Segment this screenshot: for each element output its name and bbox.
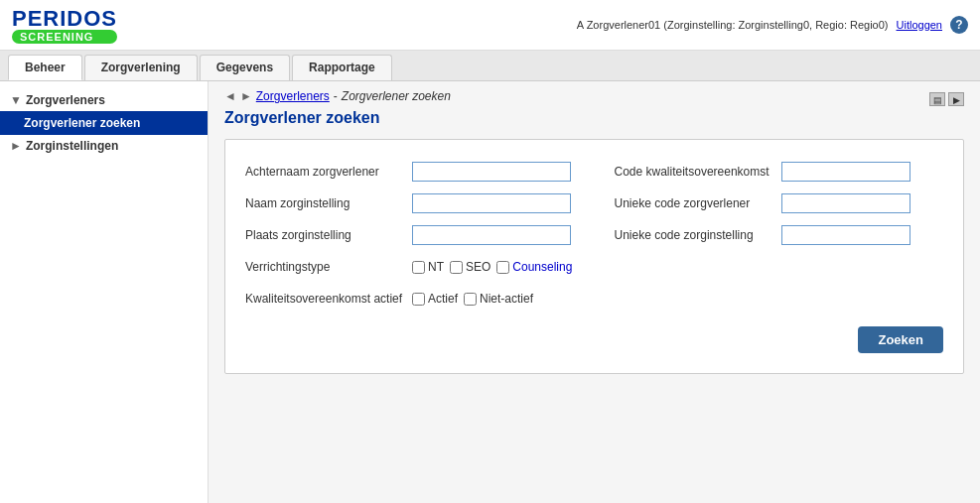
tab-zorgverlening[interactable]: Zorgverlening xyxy=(84,55,198,80)
uitloggen-link[interactable]: Uitloggen xyxy=(897,19,942,31)
tab-beheer[interactable]: Beheer xyxy=(8,55,82,80)
header: PERIDOS SCREENING A Zorgverlener01 (Zorg… xyxy=(0,0,980,51)
nav-tabs: Beheer Zorgverlening Gegevens Rapportage xyxy=(0,51,980,81)
logo-peridos: PERIDOS xyxy=(12,6,117,32)
input-unieke-code-zorginstelling[interactable] xyxy=(781,225,910,245)
print-icon[interactable]: ▤ xyxy=(929,92,945,106)
verrichtingstype-options: NT SEO Counseling xyxy=(412,260,572,274)
checkbox-counseling[interactable] xyxy=(496,261,509,274)
help-icon[interactable]: ? xyxy=(950,16,968,34)
input-naam-zorginstelling[interactable] xyxy=(412,193,571,213)
form-row-code-kwaliteit: Code kwaliteitsovereenkomst xyxy=(615,160,944,184)
checkbox-item-seo: SEO xyxy=(450,260,490,274)
form-row-plaats-zorginstelling: Plaats zorginstelling xyxy=(245,223,595,247)
button-row: Zoeken xyxy=(245,326,943,353)
content-area: ◄ ► Zorgverleners - Zorgverlener zoeken … xyxy=(209,81,980,503)
breadcrumb: ◄ ► Zorgverleners - Zorgverlener zoeken xyxy=(224,89,451,103)
label-niet-actief: Niet-actief xyxy=(480,292,533,306)
label-actief: Actief xyxy=(428,292,458,306)
sidebar-item-zorgverlener-zoeken[interactable]: Zorgverlener zoeken xyxy=(0,111,208,135)
main-layout: ▼ Zorgverleners Zorgverlener zoeken ► Zo… xyxy=(0,81,980,503)
breadcrumb-actions: ▤ ▶ xyxy=(929,92,964,106)
checkbox-niet-actief[interactable] xyxy=(464,293,477,306)
back-icon[interactable]: ◄ xyxy=(224,89,236,103)
expand-arrow-icon-2: ► xyxy=(10,139,22,153)
tab-rapportage[interactable]: Rapportage xyxy=(292,55,392,80)
label-unieke-code-zorginstelling: Unieke code zorginstelling xyxy=(615,228,773,242)
label-plaats-zorginstelling: Plaats zorginstelling xyxy=(245,228,404,242)
input-achternaam[interactable] xyxy=(412,162,571,182)
checkbox-item-counseling: Counseling xyxy=(496,260,572,274)
form-left: Achternaam zorgverlener Naam zorginstell… xyxy=(245,160,595,311)
checkbox-nt[interactable] xyxy=(412,261,425,274)
label-achternaam: Achternaam zorgverlener xyxy=(245,165,404,179)
breadcrumb-current: Zorgverlener zoeken xyxy=(342,89,451,103)
logo-area: PERIDOS SCREENING xyxy=(12,6,117,44)
input-unieke-code-zorgverlener[interactable] xyxy=(781,193,910,213)
label-code-kwaliteit: Code kwaliteitsovereenkomst xyxy=(615,165,773,179)
label-seo: SEO xyxy=(466,260,490,274)
breadcrumb-parent-link[interactable]: Zorgverleners xyxy=(256,89,330,103)
label-counseling: Counseling xyxy=(512,260,572,274)
sidebar-section-zorginstellingen[interactable]: ► Zorginstellingen xyxy=(0,135,208,157)
label-kwaliteitsovereenkomst: Kwaliteitsovereenkomst actief xyxy=(245,292,404,306)
expand-arrow-icon: ▼ xyxy=(10,93,22,107)
form-row-unieke-code-zorgverlener: Unieke code zorgverlener xyxy=(615,191,944,215)
label-nt: NT xyxy=(428,260,444,274)
form-right: Code kwaliteitsovereenkomst Unieke code … xyxy=(595,160,944,311)
tab-gegevens[interactable]: Gegevens xyxy=(200,55,290,80)
sidebar-section-label-zorginstellingen: Zorginstellingen xyxy=(26,139,118,153)
input-plaats-zorginstelling[interactable] xyxy=(412,225,571,245)
forward-icon[interactable]: ► xyxy=(240,89,252,103)
form-row-achternaam: Achternaam zorgverlener xyxy=(245,160,595,184)
form-row-kwaliteit: Kwaliteitsovereenkomst actief Actief Nie… xyxy=(245,287,595,311)
sidebar: ▼ Zorgverleners Zorgverlener zoeken ► Zo… xyxy=(0,81,209,503)
form-row-unieke-code-zorginstelling: Unieke code zorginstelling xyxy=(615,223,944,247)
zoeken-button[interactable]: Zoeken xyxy=(858,326,943,353)
page-title: Zorgverlener zoeken xyxy=(224,109,964,127)
label-verrichtingstype: Verrichtingstype xyxy=(245,260,404,274)
checkbox-actief[interactable] xyxy=(412,293,425,306)
kwaliteit-options: Actief Niet-actief xyxy=(412,292,533,306)
checkbox-item-nt: NT xyxy=(412,260,444,274)
form-row-verrichtingstype: Verrichtingstype NT SEO xyxy=(245,255,595,279)
checkbox-seo[interactable] xyxy=(450,261,463,274)
form-row-naam-zorginstelling: Naam zorginstelling xyxy=(245,191,595,215)
sidebar-section-zorgverleners[interactable]: ▼ Zorgverleners xyxy=(0,89,208,111)
search-form: Achternaam zorgverlener Naam zorginstell… xyxy=(224,139,964,374)
logo-screening: SCREENING xyxy=(12,30,117,44)
checkbox-item-niet-actief: Niet-actief xyxy=(464,292,533,306)
sidebar-section-label-zorgverleners: Zorgverleners xyxy=(26,93,105,107)
label-naam-zorginstelling: Naam zorginstelling xyxy=(245,196,404,210)
breadcrumb-row: ◄ ► Zorgverleners - Zorgverlener zoeken … xyxy=(224,89,964,109)
input-code-kwaliteit[interactable] xyxy=(781,162,910,182)
header-right: A Zorgverlener01 (Zorginstelling: Zorgin… xyxy=(577,16,968,34)
label-unieke-code-zorgverlener: Unieke code zorgverlener xyxy=(615,196,773,210)
user-info: A Zorgverlener01 (Zorginstelling: Zorgin… xyxy=(577,19,889,31)
export-icon[interactable]: ▶ xyxy=(948,92,964,106)
checkbox-item-actief: Actief xyxy=(412,292,458,306)
breadcrumb-separator: - xyxy=(334,89,338,103)
